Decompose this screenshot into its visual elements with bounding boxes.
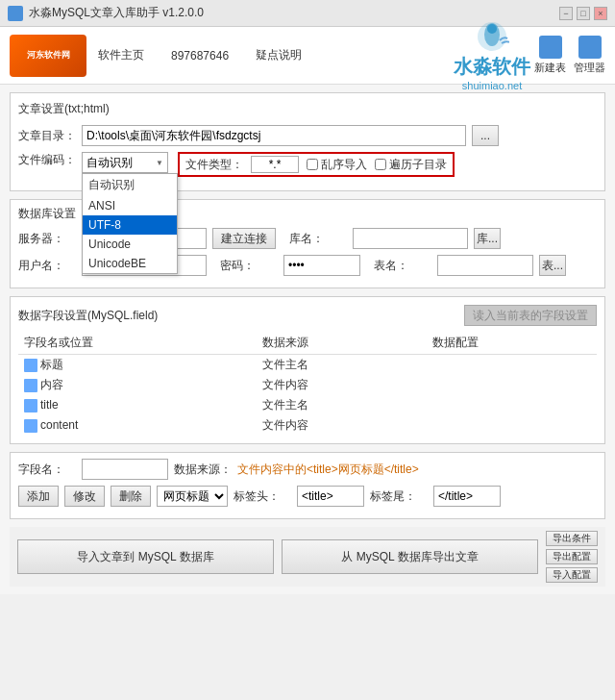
field-name-label: 字段名： — [18, 462, 76, 478]
recurse-checkbox[interactable] — [375, 159, 386, 170]
encoding-filetype-row: 文件编码： 自动识别 ▼ 自动识别 ANSI UTF-8 Unicode Uni… — [18, 152, 597, 177]
table-row[interactable]: 标题 文件主名 — [18, 355, 597, 376]
field-row-icon — [24, 379, 37, 392]
modify-field-button[interactable]: 修改 — [64, 486, 105, 507]
export-button[interactable]: 从 MySQL 数据库导出文章 — [282, 539, 538, 574]
nav-home[interactable]: 软件主页 — [94, 45, 148, 65]
svg-point-2 — [487, 24, 497, 34]
encoding-option-auto[interactable]: 自动识别 — [83, 174, 177, 196]
export-config-button[interactable]: 导出配置 — [546, 549, 598, 564]
col-source: 数据来源 — [257, 332, 427, 355]
encoding-label: 文件编码： — [18, 152, 76, 168]
article-section: 文章设置(txt;html) 文章目录： D:\tools\桌面\河东软件园\f… — [10, 92, 605, 191]
encoding-option-unicodebe[interactable]: UnicodeBE — [83, 254, 177, 273]
right-action-stack: 导出条件 导出配置 导入配置 — [546, 531, 598, 583]
col-config: 数据配置 — [427, 332, 597, 355]
dropdown-arrow-icon: ▼ — [156, 159, 163, 167]
article-section-title: 文章设置(txt;html) — [18, 101, 597, 117]
filetype-input[interactable] — [251, 156, 299, 173]
db-browse-button[interactable]: 库... — [474, 228, 501, 249]
header-actions: 新建表 管理器 — [534, 36, 605, 75]
encoding-dropdown-menu[interactable]: 自动识别 ANSI UTF-8 Unicode UnicodeBE — [82, 173, 178, 274]
brand-logo: 水淼软件 shuimiao.net — [454, 19, 530, 91]
export-cond-button[interactable]: 导出条件 — [546, 531, 598, 546]
shuffle-checkbox-label: 乱序导入 — [307, 157, 367, 173]
field-section-title: 数据字段设置(MySQL.field) — [18, 308, 158, 324]
password-input[interactable] — [283, 255, 360, 276]
table-label: 表名： — [374, 258, 431, 274]
field-editor-row1: 字段名： 数据来源： 文件内容中的<title>网页标题</title> — [18, 459, 597, 480]
filetype-label: 文件类型： — [185, 157, 243, 173]
header-left: 河东软件网 软件主页 897687646 疑点说明 — [10, 35, 306, 77]
header-right: 水淼软件 shuimiao.net 新建表 管理器 — [454, 19, 605, 91]
import-button[interactable]: 导入文章到 MySQL 数据库 — [17, 539, 274, 574]
source-value: 文件内容中的<title>网页标题</title> — [237, 462, 419, 478]
password-label: 密码： — [220, 258, 278, 274]
field-row-icon — [24, 359, 37, 372]
table-row[interactable]: content 文件内容 — [18, 415, 597, 436]
col-field-name: 字段名或位置 — [18, 332, 257, 355]
app-title: 水淼MySQL文章入库助手 v1.2.0.0 — [29, 5, 204, 21]
recurse-label: 遍历子目录 — [389, 157, 447, 173]
main-content: 文章设置(txt;html) 文章目录： D:\tools\桌面\河东软件园\f… — [0, 85, 615, 594]
table-browse-button[interactable]: 表... — [539, 255, 566, 276]
field-table-header-row: 字段名或位置 数据来源 数据配置 — [18, 332, 597, 355]
encoding-option-ansi[interactable]: ANSI — [83, 196, 177, 215]
header: 河东软件网 软件主页 897687646 疑点说明 水淼软件 shuimiao.… — [0, 27, 615, 85]
dbname-input[interactable] — [353, 228, 468, 249]
import-config-button[interactable]: 导入配置 — [546, 567, 598, 583]
close-button[interactable]: × — [594, 7, 607, 20]
title-bar-controls: − □ × — [559, 7, 607, 20]
dbname-label: 库名： — [289, 231, 347, 247]
manager-button[interactable]: 管理器 — [574, 36, 605, 75]
nav-help[interactable]: 疑点说明 — [252, 45, 306, 65]
maximize-button[interactable]: □ — [577, 7, 590, 20]
field-editor-row2: 添加 修改 删除 网页标题 标签头： 标签尾： — [18, 486, 597, 507]
header-nav: 软件主页 897687646 疑点说明 — [94, 45, 306, 65]
dir-input[interactable]: D:\tools\桌面\河东软件园\fsdzgctsj — [82, 125, 466, 146]
title-bar-left: 水淼MySQL文章入库助手 v1.2.0.0 — [8, 5, 204, 21]
field-section: 数据字段设置(MySQL.field) 读入当前表的字段设置 字段名或位置 数据… — [10, 296, 605, 444]
encoding-select[interactable]: 自动识别 ▼ — [82, 152, 168, 173]
tag-type-select[interactable]: 网页标题 — [157, 486, 228, 507]
delete-field-button[interactable]: 删除 — [111, 486, 151, 507]
read-fields-button[interactable]: 读入当前表的字段设置 — [464, 305, 597, 326]
new-table-icon — [539, 36, 562, 59]
encoding-option-utf8[interactable]: UTF-8 — [83, 215, 177, 235]
dir-browse-button[interactable]: ... — [472, 125, 499, 146]
nav-qq[interactable]: 897687646 — [167, 47, 233, 64]
tag-tail-label: 标签尾： — [370, 488, 428, 505]
encoding-dropdown-wrapper: 自动识别 ▼ 自动识别 ANSI UTF-8 Unicode UnicodeBE — [82, 152, 168, 173]
user-label: 用户名： — [18, 258, 76, 274]
encoding-option-unicode[interactable]: Unicode — [83, 235, 177, 254]
field-name-input[interactable] — [82, 459, 168, 480]
encoding-selected-text: 自动识别 — [86, 155, 133, 171]
connect-button[interactable]: 建立连接 — [212, 228, 276, 249]
table-row[interactable]: 内容 文件内容 — [18, 375, 597, 395]
filetype-box: 文件类型： 乱序导入 遍历子目录 — [178, 152, 455, 177]
add-field-button[interactable]: 添加 — [18, 486, 59, 507]
table-row[interactable]: title 文件主名 — [18, 395, 597, 415]
shuffle-checkbox[interactable] — [307, 159, 318, 170]
dir-label: 文章目录： — [18, 128, 76, 144]
logo-text: 河东软件网 — [27, 49, 70, 62]
app-icon — [8, 6, 23, 21]
field-row-icon — [24, 419, 37, 433]
brand-sub: shuimiao.net — [462, 80, 522, 91]
tag-tail-input[interactable] — [433, 486, 501, 507]
tag-head-label: 标签头： — [234, 488, 291, 505]
server-label: 服务器： — [18, 231, 76, 247]
minimize-button[interactable]: − — [559, 7, 573, 20]
new-table-button[interactable]: 新建表 — [534, 36, 566, 75]
field-section-header: 数据字段设置(MySQL.field) 读入当前表的字段设置 — [18, 305, 597, 326]
source-label: 数据来源： — [174, 462, 232, 478]
dir-row: 文章目录： D:\tools\桌面\河东软件园\fsdzgctsj ... — [18, 125, 597, 146]
main-actions: 导入文章到 MySQL 数据库 从 MySQL 数据库导出文章 导出条件 导出配… — [10, 527, 605, 587]
new-table-label: 新建表 — [534, 61, 566, 75]
manager-icon — [578, 36, 602, 59]
shuffle-label: 乱序导入 — [321, 157, 367, 173]
field-row-icon — [24, 399, 37, 412]
tag-head-input[interactable] — [297, 486, 364, 507]
table-input[interactable] — [437, 255, 533, 276]
brand-name: 水淼软件 — [454, 54, 530, 80]
